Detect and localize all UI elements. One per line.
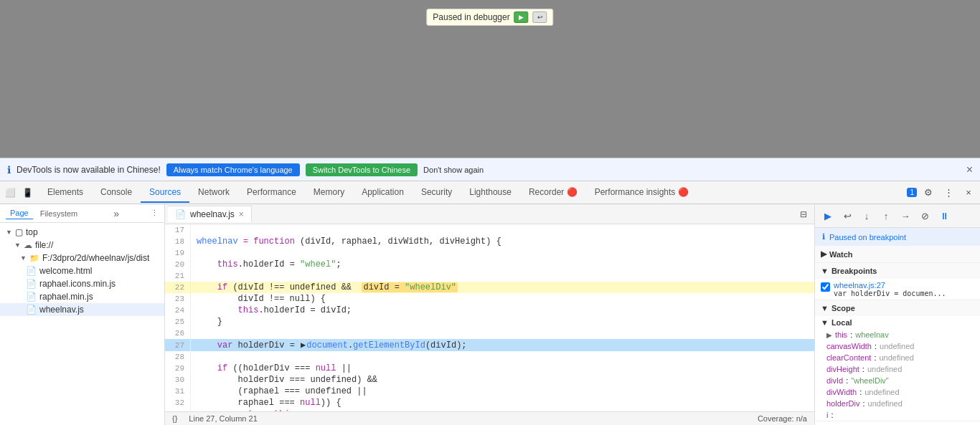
code-line-32: 32 raphael === null)) { (165, 397, 814, 409)
local-label: Local (831, 318, 852, 327)
code-line-24: 24 this.holderId = divId; (165, 305, 814, 316)
tab-lighthouse[interactable]: Lighthouse (461, 183, 520, 203)
dismiss-button[interactable]: Don't show again (423, 166, 484, 174)
breakpoint-checkbox[interactable] (821, 282, 830, 292)
code-line-30: 30 holderDiv === undefined) && (165, 374, 814, 386)
scope-item-canvasWidth: canvasWidth : undefined (815, 340, 980, 352)
format-button[interactable]: {} (172, 414, 177, 423)
code-lines: 17 18 wheelnav = function (divId, raphae… (165, 224, 814, 411)
debugger-body: ℹ Paused on breakpoint ▶ Watch ▼ Breakpo… (815, 228, 980, 425)
tab-page[interactable]: Page (6, 207, 33, 219)
tree-item-top[interactable]: ▼ ▢ top (0, 226, 164, 239)
arrow-icon-file: ▼ (14, 242, 21, 249)
tree-item-file[interactable]: ▼ ☁ file:// (0, 239, 164, 252)
paused-on-breakpoint-label: Paused on breakpoint (829, 233, 906, 242)
code-tab-icon: 📄 (175, 209, 186, 219)
device-icon[interactable]: 📱 (20, 186, 34, 200)
more-options-button[interactable]: ⋮ (940, 184, 957, 201)
resume-execution-button[interactable]: ▶ (819, 207, 837, 224)
tree-label-welcome: welcome.html (39, 266, 92, 276)
code-content[interactable]: 17 18 wheelnav = function (divId, raphae… (165, 224, 814, 411)
tab-performance-insights[interactable]: Performance insights 🔴 (586, 183, 697, 203)
format-icon: {} (172, 414, 177, 423)
code-line-29: 29 if ((holderDiv === null || (165, 363, 814, 374)
folder-icon-dist: 📁 (29, 254, 39, 263)
tree-item-wheelnav[interactable]: 📄 wheelnav.js (0, 303, 164, 316)
resume-button[interactable]: ▶ (514, 11, 529, 23)
code-tab-close-button[interactable]: × (239, 209, 244, 219)
tab-memory[interactable]: Memory (305, 183, 353, 203)
tab-filesystem[interactable]: Filesystem (36, 208, 83, 219)
watch-label: Watch (829, 250, 853, 259)
scope-section-header[interactable]: ▼ Scope (815, 300, 980, 316)
notification-bar: ℹ DevTools is now available in Chinese! … (0, 158, 980, 181)
browser-viewport: Paused in debugger ▶ ↩ (0, 0, 980, 158)
tab-elements[interactable]: Elements (39, 183, 92, 203)
file-tree-panel: Page Filesystem » ⋮ ▼ ▢ top ▼ ☁ file:// (0, 204, 165, 425)
code-line-31: 31 (raphael === undefined || (165, 386, 814, 397)
file-tree-header: Page Filesystem » ⋮ (0, 204, 164, 223)
breakpoint-file: wheelnav.js:27 (834, 281, 946, 290)
more-tabs-button[interactable]: » (113, 208, 119, 219)
nav-icons: ⬜ 📱 (3, 186, 34, 200)
breakpoints-arrow-icon: ▼ (821, 267, 829, 275)
step-out-button[interactable]: ↑ (877, 207, 895, 224)
tab-sources[interactable]: Sources (141, 183, 189, 203)
tree-label-top: top (26, 227, 38, 237)
notification-close-button[interactable]: × (966, 163, 973, 176)
file-icon-raphael-min: 📄 (26, 292, 37, 302)
cloud-icon: ☁ (24, 240, 32, 250)
scope-item-divWidth: divWidth : undefined (815, 386, 980, 398)
tree-item-welcome[interactable]: 📄 welcome.html (0, 264, 164, 277)
tree-item-raphael-icons[interactable]: 📄 raphael.icons.min.js (0, 277, 164, 290)
file-tree-body: ▼ ▢ top ▼ ☁ file:// ▼ 📁 F:/3dpro/2d/whee… (0, 223, 164, 425)
scope-item-clearContent: clearContent : undefined (815, 352, 980, 363)
file-tree-menu-button[interactable]: ⋮ (151, 209, 159, 218)
pause-on-exceptions-button[interactable]: ⏸ (936, 207, 953, 224)
tab-console[interactable]: Console (92, 183, 141, 203)
scope-expand-this[interactable]: ▶ (826, 331, 832, 339)
scope-item-holderDiv: holderDiv : undefined (815, 398, 980, 409)
tree-item-raphael-min[interactable]: 📄 raphael.min.js (0, 290, 164, 303)
local-section-header[interactable]: ▼ Local (815, 316, 980, 329)
step-button[interactable]: ↩ (533, 11, 547, 23)
scope-section: ▼ Scope ▼ Local ▶ this : wheelnav ca (815, 300, 980, 421)
breakpoint-item: wheelnav.js:27 var holderDiv = documen..… (815, 279, 980, 300)
breakpoints-section-header[interactable]: ▼ Breakpoints (815, 263, 980, 279)
tab-security[interactable]: Security (413, 183, 461, 203)
inspect-icon[interactable]: ⬜ (3, 186, 17, 200)
tab-recorder[interactable]: Recorder 🔴 (520, 183, 586, 203)
breakpoints-section: ▼ Breakpoints wheelnav.js:27 var holderD… (815, 263, 980, 300)
step-over-button[interactable]: ↩ (839, 207, 856, 224)
tree-label-wheelnav: wheelnav.js (39, 305, 84, 315)
file-icon-welcome: 📄 (26, 266, 37, 276)
tab-performance[interactable]: Performance (238, 183, 305, 203)
scope-item-divId: divId : "wheelDiv" (815, 375, 980, 386)
tab-application[interactable]: Application (353, 183, 413, 203)
close-devtools-button[interactable]: × (960, 184, 977, 201)
tree-label-raphael-icons: raphael.icons.min.js (39, 279, 116, 289)
code-tab-wheelnav[interactable]: 📄 wheelnav.js × (168, 206, 252, 222)
info-circle-icon: ℹ (822, 232, 825, 242)
tabs-bar: ⬜ 📱 Elements Console Sources Network Per… (0, 181, 980, 204)
tab-network[interactable]: Network (189, 183, 238, 203)
settings-button[interactable]: ⚙ (920, 184, 937, 201)
code-line-20: 20 this.holderId = "wheel"; (165, 259, 814, 270)
split-editor-button[interactable]: ⊟ (796, 206, 811, 222)
code-line-21: 21 (165, 270, 814, 282)
step-button[interactable]: → (897, 207, 914, 224)
code-line-19: 19 (165, 247, 814, 259)
devtools-panel: ℹ DevTools is now available in Chinese! … (0, 158, 980, 425)
cursor-position: Line 27, Column 21 (189, 414, 257, 423)
watch-section-header[interactable]: ▶ Watch (815, 246, 980, 262)
status-bar: {} Line 27, Column 21 Coverage: n/a (165, 411, 814, 425)
step-into-button[interactable]: ↓ (858, 207, 875, 224)
match-language-button[interactable]: Always match Chrome's language (166, 163, 300, 176)
deactivate-breakpoints-button[interactable]: ⊘ (916, 207, 933, 224)
arrow-icon: ▼ (6, 229, 12, 236)
tree-item-dist[interactable]: ▼ 📁 F:/3dpro/2d/wheelnav/js/dist (0, 252, 164, 264)
comment-badge: 1 (907, 188, 917, 197)
switch-devtools-button[interactable]: Switch DevTools to Chinese (306, 163, 418, 176)
code-tab-actions: ⊟ (796, 206, 811, 222)
coverage-status: Coverage: n/a (758, 414, 807, 423)
